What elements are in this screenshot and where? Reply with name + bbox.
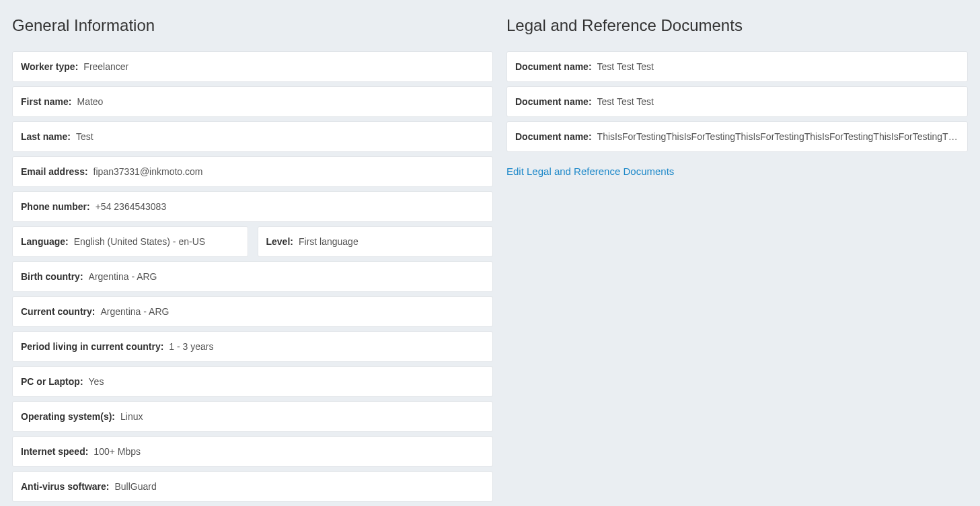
document-row: Document name: Test Test Test	[506, 86, 968, 117]
field-current-country: Current country: Argentina - ARG	[12, 296, 493, 327]
value-birth-country: Argentina - ARG	[89, 271, 157, 282]
field-pc-laptop: PC or Laptop: Yes	[12, 366, 493, 397]
field-email: Email address: fipan37331@inkmoto.com	[12, 156, 493, 187]
label-last-name: Last name:	[21, 131, 71, 142]
value-email: fipan37331@inkmoto.com	[93, 166, 203, 177]
label-internet-speed: Internet speed:	[21, 446, 88, 457]
label-current-country: Current country:	[21, 306, 95, 317]
value-last-name: Test	[76, 131, 93, 142]
field-level: Level: First language	[258, 226, 494, 257]
label-document-name: Document name:	[515, 96, 592, 107]
value-document-name: Test Test Test	[597, 96, 654, 107]
label-language: Language:	[21, 236, 69, 247]
document-row: Document name: ThisIsForTestingThisIsFor…	[506, 121, 968, 152]
label-pc-laptop: PC or Laptop:	[21, 376, 83, 387]
value-document-name: Test Test Test	[597, 61, 654, 72]
documents-section: Legal and Reference Documents Document n…	[506, 12, 968, 506]
value-language: English (United States) - en-US	[74, 236, 205, 247]
edit-documents-link[interactable]: Edit Legal and Reference Documents	[506, 166, 674, 177]
general-information-title: General Information	[12, 12, 493, 35]
value-document-name: ThisIsForTestingThisIsForTestingThisIsFo…	[597, 131, 959, 142]
field-birth-country: Birth country: Argentina - ARG	[12, 261, 493, 292]
label-birth-country: Birth country:	[21, 271, 83, 282]
field-internet-speed: Internet speed: 100+ Mbps	[12, 436, 493, 467]
label-email: Email address:	[21, 166, 88, 177]
general-information-section: General Information Worker type: Freelan…	[12, 12, 493, 506]
label-phone: Phone number:	[21, 201, 90, 212]
value-pc-laptop: Yes	[89, 376, 104, 387]
label-antivirus: Anti-virus software:	[21, 481, 109, 492]
label-first-name: First name:	[21, 96, 71, 107]
value-os: Linux	[120, 411, 143, 422]
field-period-living: Period living in current country: 1 - 3 …	[12, 331, 493, 362]
value-first-name: Mateo	[77, 96, 103, 107]
documents-title: Legal and Reference Documents	[506, 12, 968, 35]
label-level: Level:	[266, 236, 293, 247]
field-os: Operating system(s): Linux	[12, 401, 493, 432]
label-document-name: Document name:	[515, 61, 592, 72]
field-first-name: First name: Mateo	[12, 86, 493, 117]
value-current-country: Argentina - ARG	[100, 306, 169, 317]
label-worker-type: Worker type:	[21, 61, 78, 72]
field-antivirus: Anti-virus software: BullGuard	[12, 471, 493, 502]
document-row: Document name: Test Test Test	[506, 51, 968, 82]
value-antivirus: BullGuard	[114, 481, 156, 492]
field-last-name: Last name: Test	[12, 121, 493, 152]
value-phone: +54 2364543083	[96, 201, 167, 212]
label-document-name: Document name:	[515, 131, 592, 142]
value-period-living: 1 - 3 years	[169, 341, 213, 352]
field-worker-type: Worker type: Freelancer	[12, 51, 493, 82]
label-os: Operating system(s):	[21, 411, 115, 422]
value-level: First language	[299, 236, 359, 247]
label-period-living: Period living in current country:	[21, 341, 163, 352]
field-language: Language: English (United States) - en-U…	[12, 226, 248, 257]
field-phone: Phone number: +54 2364543083	[12, 191, 493, 222]
value-internet-speed: 100+ Mbps	[93, 446, 141, 457]
value-worker-type: Freelancer	[83, 61, 128, 72]
